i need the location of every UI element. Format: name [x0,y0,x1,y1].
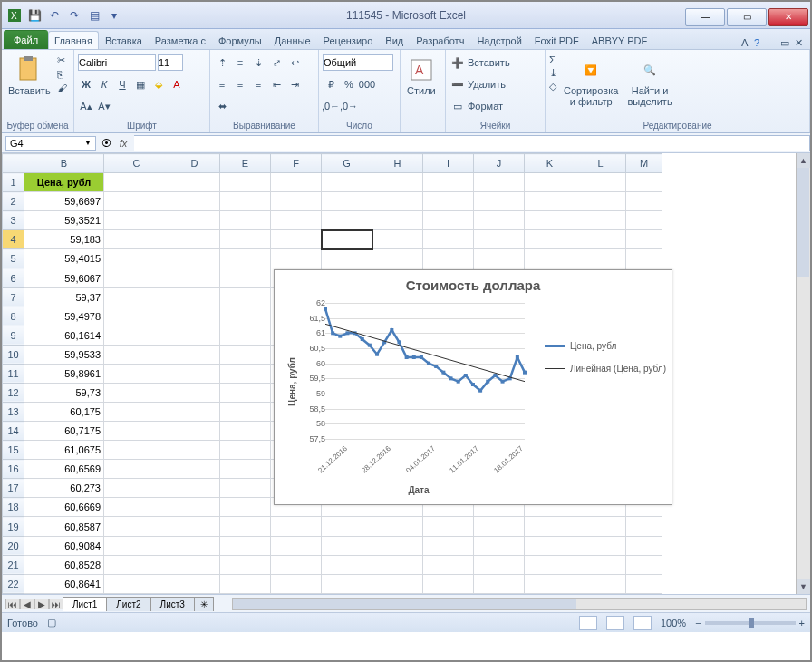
col-header-E[interactable]: E [220,154,271,173]
font-name-input[interactable] [78,54,156,71]
hscroll-thumb[interactable] [233,599,576,609]
align-right-icon[interactable]: ≡ [250,76,266,92]
cell-K5[interactable] [525,249,575,268]
cell-C13[interactable] [104,403,169,422]
cell-K1[interactable] [525,173,575,192]
sheet-last-icon[interactable]: ⏭ [49,599,63,609]
cell-K2[interactable] [525,192,575,211]
cell-F4[interactable] [271,230,322,249]
namebox-expand-icon[interactable]: ⦿ [100,138,112,149]
cell-C20[interactable] [104,536,169,555]
cell-B6[interactable]: 59,6067 [24,268,104,287]
cell-B15[interactable]: 61,0675 [24,441,104,460]
cell-E8[interactable] [220,307,271,326]
cell-L19[interactable] [575,517,626,536]
cell-J1[interactable] [474,173,525,192]
cell-I21[interactable] [423,555,474,574]
cell-D9[interactable] [169,326,220,345]
excel-icon[interactable]: X [5,6,24,24]
col-header-G[interactable]: G [322,154,372,173]
view-normal-icon[interactable] [579,616,597,630]
cells-format-icon[interactable]: ▭ [450,98,466,114]
cell-E17[interactable] [220,479,271,498]
row-header-4[interactable]: 4 [3,230,24,249]
zoom-slider[interactable] [705,621,796,625]
cell-M4[interactable] [626,230,662,249]
cell-F1[interactable] [271,173,322,192]
zoom-out-icon[interactable]: − [695,618,701,628]
row-header-9[interactable]: 9 [3,326,24,345]
cell-H22[interactable] [372,574,423,593]
cell-C14[interactable] [104,422,169,441]
cell-E16[interactable] [220,460,271,479]
border-icon[interactable]: ▦ [132,76,149,92]
cell-G20[interactable] [322,536,372,555]
sheet-tab-3[interactable]: Лист3 [150,597,195,611]
cell-I3[interactable] [423,211,474,230]
minimize-button[interactable]: ― [685,8,725,26]
cell-D16[interactable] [169,460,220,479]
row-header-21[interactable]: 21 [3,555,24,574]
cell-D22[interactable] [169,574,220,593]
cut-icon[interactable]: ✂ [57,54,67,66]
find-select-button[interactable]: 🔍Найти и выделить [624,54,674,109]
cell-B20[interactable]: 60,9084 [24,536,104,555]
scroll-up-icon[interactable]: ▲ [797,153,810,168]
italic-icon[interactable]: К [96,76,112,92]
cell-D8[interactable] [169,307,220,326]
cell-E11[interactable] [220,364,271,383]
cell-D10[interactable] [169,345,220,364]
cell-D11[interactable] [169,364,220,383]
cell-D21[interactable] [169,555,220,574]
cell-E15[interactable] [220,441,271,460]
comma-icon[interactable]: 000 [359,76,375,92]
cell-L22[interactable] [575,574,626,593]
chart-object[interactable]: Стоимость доллара Цена, рубл 57,55858,55… [274,269,672,505]
print-preview-icon[interactable]: ▤ [85,6,103,24]
cell-D5[interactable] [169,249,220,268]
sheet-tab-2[interactable]: Лист2 [106,597,150,611]
cell-M19[interactable] [626,517,662,536]
cell-J3[interactable] [474,211,525,230]
cell-B17[interactable]: 60,273 [24,479,104,498]
cell-I22[interactable] [423,574,474,593]
cell-E20[interactable] [220,536,271,555]
col-header-I[interactable]: I [423,154,474,173]
format-painter-icon[interactable]: 🖌 [57,83,67,93]
macro-record-icon[interactable]: ▢ [47,617,56,628]
cell-I2[interactable] [423,192,474,211]
cell-E6[interactable] [220,268,271,287]
cell-B18[interactable]: 60,6669 [24,498,104,517]
cell-C9[interactable] [104,326,169,345]
cells-delete-icon[interactable]: ➖ [450,76,466,92]
cell-H3[interactable] [372,211,423,230]
cell-B7[interactable]: 59,37 [24,287,104,307]
cell-D14[interactable] [169,422,220,441]
maximize-button[interactable]: ▭ [727,8,767,26]
row-header-5[interactable]: 5 [3,249,24,268]
cell-C19[interactable] [104,517,169,536]
help-icon[interactable]: ? [754,37,759,49]
cell-M5[interactable] [626,249,662,268]
cell-B10[interactable]: 59,9533 [24,345,104,364]
cell-I4[interactable] [423,230,474,249]
inc-decimal-icon[interactable]: ,0← [323,98,339,114]
cell-B22[interactable]: 60,8641 [24,574,104,593]
align-center-icon[interactable]: ≡ [232,76,248,92]
cell-E4[interactable] [220,230,271,249]
row-header-11[interactable]: 11 [3,364,24,383]
tab-review[interactable]: Рецензиро [317,31,380,49]
cell-K3[interactable] [525,211,575,230]
name-box[interactable]: G4▼ [5,136,96,151]
cell-F5[interactable] [271,249,322,268]
row-header-12[interactable]: 12 [3,383,24,402]
tab-addins[interactable]: Надстрой [470,31,527,49]
cell-D18[interactable] [169,498,220,517]
sheet-tab-1[interactable]: Лист1 [63,597,107,611]
cell-D4[interactable] [169,230,220,249]
cell-M22[interactable] [626,574,662,593]
cell-I5[interactable] [423,249,474,268]
cell-H20[interactable] [372,536,423,555]
cell-L4[interactable] [575,230,626,249]
horizontal-scrollbar[interactable] [232,598,807,610]
